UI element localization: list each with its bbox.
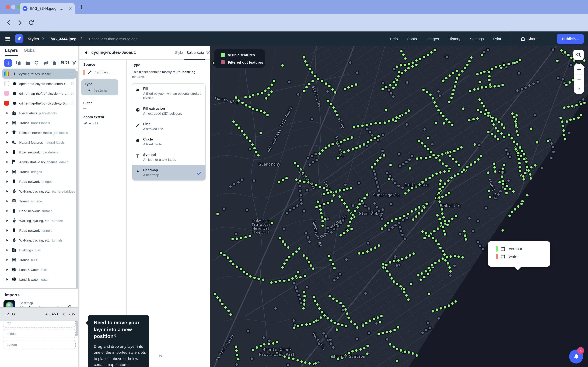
- layer-row[interactable]: crime-map-theft-of-bicycle-ty-8q…: [2, 98, 76, 108]
- breadcrumb-style-name[interactable]: IMG_3344.jpeg: [50, 36, 77, 41]
- map-canvas[interactable]: [210, 46, 588, 367]
- group-row-place-labels[interactable]: Place labelsplace-labels: [0, 108, 78, 118]
- type-option-heatmap[interactable]: HeatmapA heatmap.: [132, 165, 206, 180]
- window-minimize-light[interactable]: [11, 5, 15, 9]
- expand-triangle-icon[interactable]: [6, 170, 9, 173]
- tab-style[interactable]: Style: [175, 51, 183, 55]
- group-row-road-labels[interactable]: Road networkroad-labels: [0, 147, 78, 157]
- tab-layers[interactable]: Layers: [5, 48, 18, 56]
- breadcrumb-styles[interactable]: Styles: [28, 36, 39, 41]
- mapbox-studio-logo[interactable]: [15, 34, 24, 43]
- reload-button[interactable]: [28, 20, 34, 26]
- expand-triangle-icon[interactable]: [6, 258, 9, 261]
- hamburger-menu-icon[interactable]: [5, 36, 10, 42]
- group-row-built[interactable]: Transitbuilt: [0, 255, 78, 265]
- expand-triangle-icon[interactable]: [6, 141, 9, 144]
- expand-triangle-icon[interactable]: [6, 121, 9, 124]
- popup-row[interactable]: water: [493, 253, 550, 260]
- slot-bottom[interactable]: bottom: [3, 340, 76, 349]
- expand-triangle-icon[interactable]: [6, 180, 9, 183]
- group-row-poi-labels[interactable]: Point of interest labelspoi-labels: [0, 128, 78, 137]
- group-sublabel: built: [35, 248, 41, 252]
- zoom-out-button[interactable]: [574, 74, 584, 84]
- tab-close-icon[interactable]: [68, 7, 72, 10]
- group-row-water[interactable]: Land & waterwater: [0, 274, 78, 284]
- new-tab-button[interactable]: [79, 5, 84, 9]
- zoom-in-button[interactable]: [574, 64, 584, 74]
- expand-triangle-icon[interactable]: [6, 131, 9, 134]
- window-close-light[interactable]: [6, 5, 10, 9]
- slot-middle[interactable]: middle: [3, 329, 76, 338]
- share-button[interactable]: Share: [520, 36, 538, 41]
- source-row[interactable]: Cycling…: [83, 70, 124, 75]
- tab-select-data[interactable]: Select data: [187, 51, 204, 55]
- type-option-symbol[interactable]: SymbolAn icon or a text label.: [132, 150, 206, 165]
- group-row-tunnels[interactable]: Road networktunnels: [0, 225, 78, 235]
- layer-count: 58/58: [61, 60, 69, 64]
- menu-item-print[interactable]: Print: [493, 36, 501, 41]
- group-row-built[interactable]: Land & waterbuilt: [0, 265, 78, 274]
- drag-handle-icon[interactable]: [71, 81, 74, 86]
- add-layer-button[interactable]: [4, 59, 12, 67]
- expand-triangle-icon[interactable]: [6, 278, 9, 281]
- group-row-bridges[interactable]: Transitbridges: [0, 167, 78, 176]
- type-option-fill[interactable]: FillA filled polygon with an optional st…: [132, 83, 206, 103]
- expand-triangle-icon[interactable]: [6, 190, 9, 193]
- type-option-line[interactable]: LineA stroked line.: [132, 119, 206, 134]
- hide-layer-icon[interactable]: [43, 60, 49, 66]
- group-layers-icon[interactable]: [25, 60, 30, 66]
- duplicate-layer-icon[interactable]: [16, 60, 21, 66]
- back-button[interactable]: [6, 20, 12, 26]
- delete-layer-icon[interactable]: [52, 60, 57, 66]
- filter-layers-icon[interactable]: [72, 60, 77, 65]
- expand-triangle-icon[interactable]: [6, 200, 9, 202]
- group-sublabel: place-labels: [39, 111, 57, 115]
- menu-item-settings[interactable]: Settings: [470, 36, 484, 41]
- expand-triangle-icon[interactable]: [6, 150, 9, 154]
- type-option-circle[interactable]: CircleA filled circle.: [132, 134, 206, 150]
- group-row-bridges[interactable]: Road networkbridges: [0, 176, 78, 186]
- menu-item-fonts[interactable]: Fonts: [407, 36, 417, 41]
- style-options-icon[interactable]: [79, 36, 84, 41]
- layer-row[interactable]: open-data-coyote-encounters-4…: [2, 79, 76, 88]
- group-row-surface[interactable]: Walking, cycling, etc.surface: [0, 216, 78, 225]
- compass-button[interactable]: [574, 84, 584, 94]
- expand-triangle-icon[interactable]: [6, 160, 9, 163]
- menu-item-help[interactable]: Help: [390, 36, 398, 41]
- group-row-built[interactable]: Buildingsbuilt: [0, 245, 78, 255]
- expand-triangle-icon[interactable]: [6, 239, 9, 242]
- group-row-surface[interactable]: Transitsurface: [0, 196, 78, 206]
- select-on-map-icon[interactable]: [34, 60, 40, 66]
- close-panel-icon[interactable]: [206, 50, 210, 55]
- group-row-transit-labels[interactable]: Transittransit-labels: [0, 118, 78, 128]
- expand-triangle-icon[interactable]: [6, 111, 9, 115]
- expand-triangle-icon[interactable]: [6, 229, 9, 232]
- group-row-surface[interactable]: Road networksurface: [0, 206, 78, 216]
- group-row-natural-labels[interactable]: Natural featuresnatural-labels: [0, 137, 78, 147]
- browser-tab[interactable]: IMG_3344.jpeg | Mapbox: [20, 3, 75, 14]
- type-section-selected[interactable]: Type heatmap: [81, 79, 118, 95]
- menu-item-images[interactable]: Images: [426, 36, 439, 41]
- expand-triangle-icon[interactable]: [6, 248, 9, 251]
- publish-button[interactable]: Publish...: [557, 34, 584, 43]
- group-row-barriers-bridges[interactable]: Walking, cycling, etc.barriers-bridges: [0, 186, 78, 196]
- group-row-tunnels[interactable]: Walking, cycling, etc.tunnels: [0, 235, 78, 245]
- layer-row[interactable]: cycling-routes-0aoau1: [2, 69, 76, 79]
- zoom-extent-label[interactable]: Zoom extent: [83, 115, 124, 119]
- expand-triangle-icon[interactable]: [6, 219, 9, 222]
- drag-handle-icon[interactable]: [71, 91, 74, 96]
- option-text: SymbolAn icon or a text label.: [143, 153, 202, 162]
- expand-triangle-icon[interactable]: [6, 209, 9, 212]
- forward-button[interactable]: [17, 20, 23, 26]
- drag-handle-icon[interactable]: [71, 101, 74, 106]
- filter-label[interactable]: Filter: [83, 101, 124, 105]
- popup-row[interactable]: contour: [493, 245, 550, 253]
- map-search-button[interactable]: [573, 50, 584, 60]
- type-option-fill-extrusion[interactable]: Fill extrusionAn extruded (3D) polygon.: [132, 103, 206, 119]
- layer-row[interactable]: crime-map-theft-of-bicycle-mo-c…: [2, 88, 76, 98]
- tab-global[interactable]: Global: [24, 48, 35, 52]
- group-row-admin[interactable]: Administrative boundariesadmin: [0, 157, 78, 167]
- drag-handle-icon[interactable]: [71, 71, 74, 76]
- menu-item-history[interactable]: History: [448, 36, 460, 41]
- expand-triangle-icon[interactable]: [6, 268, 9, 271]
